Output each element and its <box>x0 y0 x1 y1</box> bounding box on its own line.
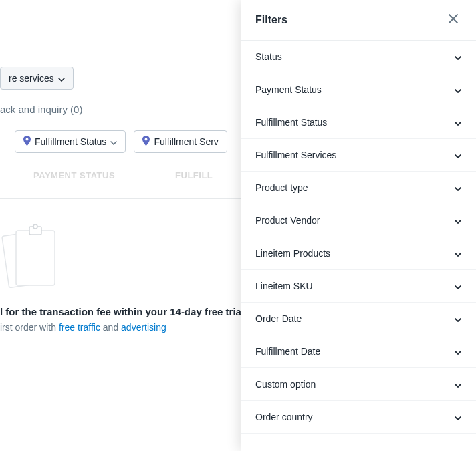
caret-down-icon <box>455 182 461 194</box>
svg-point-3 <box>33 224 37 229</box>
filter-chip-row: Fulfillment Status Fulfillment Serv <box>0 130 227 153</box>
filter-label: Lineitem Products <box>255 248 330 259</box>
filter-row-order-country[interactable]: Order country <box>241 401 476 434</box>
caret-down-icon <box>58 73 65 84</box>
filter-row-fulfillment-status[interactable]: Fulfillment Status <box>241 106 476 139</box>
empty-state-title: l for the transaction fee within your 14… <box>0 306 244 317</box>
tab-feedback-inquiry[interactable]: ack and inquiry (0) <box>0 104 82 115</box>
filter-row-fulfillment-date[interactable]: Fulfillment Date <box>241 335 476 368</box>
caret-down-icon <box>455 313 461 325</box>
more-services-button[interactable]: re services <box>0 67 74 90</box>
clipboard-illustration <box>0 224 60 291</box>
col-payment-status: PAYMENT STATUS <box>33 170 115 180</box>
caret-down-icon <box>455 411 461 423</box>
filter-label: Order Date <box>255 313 302 324</box>
caret-down-icon <box>455 84 461 96</box>
filter-label: Lineitem SKU <box>255 281 313 291</box>
filters-panel: Filters StatusPayment StatusFulfillment … <box>241 0 476 451</box>
chip-fulfillment-status[interactable]: Fulfillment Status <box>15 130 126 153</box>
filter-label: Fulfillment Services <box>255 150 336 160</box>
caret-down-icon <box>455 345 461 357</box>
filter-row-custom-option[interactable]: Custom option <box>241 368 476 401</box>
filter-label: Payment Status <box>255 84 322 95</box>
filter-label: Product type <box>255 182 308 193</box>
caret-down-icon <box>455 214 461 227</box>
filter-label: Fulfillment Status <box>255 117 327 128</box>
filter-row-status[interactable]: Status <box>241 41 476 73</box>
filter-label: Custom option <box>255 379 316 390</box>
link-free-traffic[interactable]: free traffic <box>59 322 100 333</box>
filter-row-order-date[interactable]: Order Date <box>241 303 476 335</box>
close-icon <box>448 13 459 27</box>
filter-label: Order country <box>255 412 313 422</box>
link-advertising[interactable]: advertising <box>121 322 166 333</box>
caret-down-icon <box>455 280 461 292</box>
svg-rect-1 <box>16 231 55 285</box>
caret-down-icon <box>110 136 117 147</box>
pin-icon <box>142 136 150 148</box>
filter-label: Status <box>255 51 282 62</box>
close-button[interactable] <box>445 12 461 28</box>
filter-row-product-vendor[interactable]: Product Vendor <box>241 204 476 237</box>
filter-label: Fulfillment Date <box>255 346 320 357</box>
filter-row-fulfillment-services[interactable]: Fulfillment Services <box>241 139 476 172</box>
filters-header: Filters <box>241 0 476 41</box>
chip-fulfillment-services[interactable]: Fulfillment Serv <box>134 130 227 153</box>
filter-row-lineitem-sku[interactable]: Lineitem SKU <box>241 270 476 303</box>
caret-down-icon <box>455 149 461 161</box>
filter-row-payment-status[interactable]: Payment Status <box>241 73 476 106</box>
caret-down-icon <box>455 51 461 63</box>
pin-icon <box>23 136 31 148</box>
more-services-label: re services <box>9 73 54 84</box>
filter-row-product-type[interactable]: Product type <box>241 172 476 204</box>
filters-title: Filters <box>255 14 287 26</box>
caret-down-icon <box>455 116 461 128</box>
caret-down-icon <box>455 247 461 259</box>
chip-label: Fulfillment Serv <box>154 136 218 147</box>
filter-label: Product Vendor <box>255 215 320 226</box>
col-fulfillment: FULFILL <box>175 170 213 180</box>
caret-down-icon <box>455 378 461 390</box>
filter-row-lineitem-products[interactable]: Lineitem Products <box>241 237 476 270</box>
filters-list: StatusPayment StatusFulfillment StatusFu… <box>241 41 476 451</box>
empty-state-subtitle: irst order with free traffic and adverti… <box>0 322 166 333</box>
chip-label: Fulfillment Status <box>35 136 106 147</box>
